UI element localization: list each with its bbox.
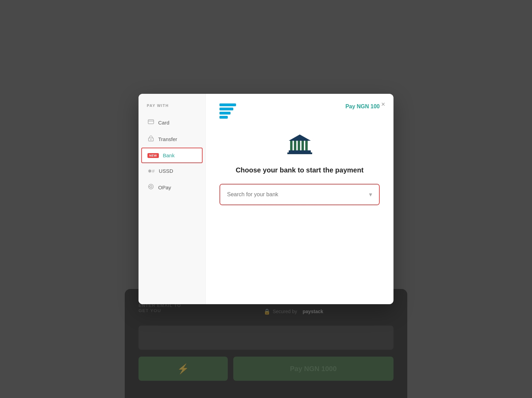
bank-building-icon [286, 132, 314, 157]
bank-label: Bank [163, 152, 175, 158]
logo-bar-1 [219, 103, 236, 106]
modal-content: Choose your bank to start the payment ▾ [219, 132, 380, 295]
svg-rect-10 [294, 141, 296, 150]
modal-header: Pay NGN 100 [219, 103, 380, 119]
svg-rect-13 [305, 141, 308, 150]
sidebar-item-transfer[interactable]: Transfer [139, 130, 205, 148]
svg-rect-14 [289, 150, 311, 152]
bank-search-input[interactable] [227, 191, 369, 198]
transfer-icon [148, 135, 154, 143]
sidebar-item-opay[interactable]: OPay [139, 179, 205, 196]
svg-rect-9 [290, 141, 293, 150]
opay-icon [148, 183, 154, 191]
search-input-row: ▾ [220, 185, 379, 205]
logo-bar-4 [219, 116, 228, 119]
ussd-icon: ✱# [148, 168, 155, 174]
svg-point-5 [150, 186, 152, 188]
chevron-down-icon: ▾ [369, 191, 372, 198]
ussd-label: USSD [159, 168, 173, 174]
choose-bank-title: Choose your bank to start the payment [236, 166, 364, 174]
pay-amount: Pay NGN 100 [345, 103, 380, 110]
svg-rect-15 [287, 152, 312, 154]
svg-rect-12 [301, 141, 304, 150]
amount-value: NGN 100 [357, 103, 380, 109]
payment-modal: × PAY WITH Card [139, 94, 393, 304]
transfer-label: Transfer [158, 136, 177, 142]
card-label: Card [158, 120, 170, 126]
bank-search-wrapper[interactable]: ▾ [219, 184, 380, 205]
modal-sidebar: PAY WITH Card [139, 94, 206, 304]
svg-point-8 [298, 137, 302, 141]
new-badge: NEW [147, 153, 159, 158]
sidebar-item-card[interactable]: Card [139, 115, 205, 130]
svg-point-3 [151, 139, 152, 140]
paystack-logo [219, 103, 236, 119]
svg-rect-0 [148, 120, 154, 124]
close-button[interactable]: × [378, 99, 388, 109]
sidebar-item-bank[interactable]: NEW Bank [141, 148, 203, 163]
modal-overlay: × PAY WITH Card [0, 0, 532, 398]
sidebar-header: PAY WITH [139, 103, 205, 115]
logo-bar-2 [219, 108, 233, 110]
modal-main: Pay NGN 100 [206, 94, 393, 304]
logo-bar-3 [219, 112, 231, 115]
opay-label: OPay [158, 185, 171, 190]
bank-icon-wrapper [286, 132, 314, 158]
card-icon [148, 119, 154, 126]
sidebar-item-ussd[interactable]: ✱# USSD [139, 163, 205, 179]
svg-rect-11 [298, 141, 300, 150]
